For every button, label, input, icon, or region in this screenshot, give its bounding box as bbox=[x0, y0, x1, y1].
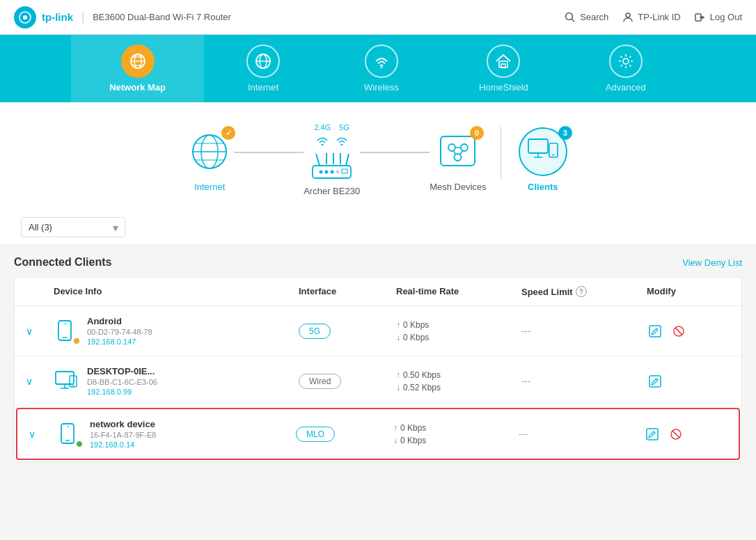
tplink-id-button[interactable]: TP-Link ID bbox=[622, 12, 680, 23]
rate-3: ↑ 0 Kbps ↓ 0 Kbps bbox=[393, 423, 519, 445]
clients-count-badge: 3 bbox=[558, 126, 572, 140]
device-icon-wrap-3 bbox=[56, 421, 83, 447]
clients-icon bbox=[527, 138, 559, 166]
freq-labels: 2.4G 5G bbox=[314, 123, 349, 132]
block-btn-3[interactable] bbox=[668, 426, 684, 443]
logout-icon bbox=[695, 12, 706, 23]
freq-icons bbox=[315, 134, 349, 145]
device-info-1: Android 00-D2-79-74-48-78 192.168.0.147 bbox=[54, 316, 299, 346]
svg-point-1 bbox=[23, 15, 27, 19]
rate-down-2: ↓ 0.52 Kbps bbox=[396, 383, 521, 392]
android-online-badge bbox=[73, 338, 80, 344]
rate-2: ↑ 0.50 Kbps ↓ 0.52 Kbps bbox=[396, 370, 521, 392]
nav-bar: Network Map Internet Wireless bbox=[0, 35, 756, 102]
clients-header: Connected Clients View Deny List bbox=[14, 245, 742, 277]
rate-up-2: ↑ 0.50 Kbps bbox=[396, 370, 521, 380]
filter-select[interactable]: All (3)WiredWireless bbox=[21, 217, 125, 237]
diagram-line-2 bbox=[360, 152, 430, 153]
diagram-router-icon-wrap bbox=[304, 150, 360, 184]
svg-point-41 bbox=[455, 154, 462, 161]
svg-point-32 bbox=[320, 170, 323, 173]
header: tp-link | BE3600 Dual-Band Wi-Fi 7 Route… bbox=[0, 0, 756, 35]
nav-label-wireless: Wireless bbox=[364, 82, 399, 93]
home-icon bbox=[494, 52, 512, 70]
expand-btn-1[interactable]: ∨ bbox=[26, 326, 54, 337]
diagram-clients-icon-wrap: 3 bbox=[515, 127, 571, 176]
rate-1: ↑ 0 Kbps ↓ 0 Kbps bbox=[396, 320, 521, 342]
header-right: Search TP-Link ID Log Out bbox=[565, 12, 742, 23]
col-rate: Real-time Rate bbox=[396, 286, 521, 297]
svg-point-35 bbox=[336, 170, 340, 173]
nav-item-wireless[interactable]: Wireless bbox=[322, 35, 441, 102]
interface-3: MLO bbox=[296, 427, 393, 442]
nav-item-homeshield[interactable]: HomeShield bbox=[441, 35, 567, 102]
nav-item-advanced[interactable]: Advanced bbox=[567, 35, 685, 102]
svg-point-18 bbox=[623, 58, 629, 64]
nav-label-advanced: Advanced bbox=[606, 82, 646, 93]
svg-point-33 bbox=[325, 170, 329, 173]
nav-icon-homeshield bbox=[487, 45, 520, 78]
nav-icon-advanced bbox=[609, 45, 643, 78]
filter-select-wrap: All (3)WiredWireless ▾ bbox=[21, 217, 125, 237]
device-details-1: Android 00-D2-79-74-48-78 192.168.0.147 bbox=[87, 316, 152, 346]
svg-rect-44 bbox=[528, 139, 548, 153]
nav-label-network-map: Network Map bbox=[109, 82, 166, 93]
interface-badge-2: Wired bbox=[299, 374, 341, 389]
device-info-2: DESKTOP-0IE... D8-BB-C1-6C-E3-06 192.168… bbox=[54, 366, 299, 396]
logout-button[interactable]: Log Out bbox=[695, 12, 742, 23]
table-row: ∨ DESKTOP-0IE... D8-BB-C1-6C-E3-0 bbox=[15, 356, 741, 406]
user-icon bbox=[622, 12, 633, 23]
device-info-3: network device 16-F4-1A-87-9F-E8 192.168… bbox=[56, 419, 296, 449]
device-mac-3: 16-F4-1A-87-9F-E8 bbox=[90, 431, 156, 439]
wifi-5g-icon bbox=[335, 134, 349, 145]
expand-btn-3[interactable]: ∨ bbox=[29, 429, 56, 440]
block-btn-1[interactable] bbox=[670, 323, 687, 340]
device-details-3: network device 16-F4-1A-87-9F-E8 192.168… bbox=[90, 419, 156, 449]
nav-icon-network-map bbox=[121, 45, 155, 78]
svg-line-26 bbox=[316, 154, 320, 166]
speed-limit-2: --- bbox=[521, 376, 647, 386]
nav-label-homeshield: HomeShield bbox=[479, 82, 528, 93]
edit-btn-1[interactable] bbox=[647, 323, 663, 340]
modify-actions-3 bbox=[644, 426, 727, 443]
device-name-3: network device bbox=[90, 419, 156, 429]
nav-item-network-map[interactable]: Network Map bbox=[71, 35, 204, 102]
block-icon-3 bbox=[669, 427, 683, 441]
rate-up-1: ↑ 0 Kbps bbox=[396, 320, 521, 330]
diagram-mesh-label: Mesh Devices bbox=[430, 182, 487, 192]
expand-btn-2[interactable]: ∨ bbox=[26, 376, 54, 387]
col-modify: Modify bbox=[647, 286, 730, 297]
col-expand bbox=[26, 286, 54, 297]
device-details-2: DESKTOP-0IE... D8-BB-C1-6C-E3-06 192.168… bbox=[87, 366, 157, 396]
device-name-1: Android bbox=[87, 316, 152, 326]
table-row-highlighted: ∨ network device 16-F4-1A-87-9F-E8 192 bbox=[16, 408, 740, 460]
clients-title: Connected Clients bbox=[14, 256, 111, 269]
col-speed-limit: Speed Limit ? bbox=[521, 286, 647, 297]
edit-btn-2[interactable] bbox=[647, 373, 663, 390]
diagram-mesh[interactable]: 0 Mesh Devices bbox=[430, 127, 487, 192]
main-content: ✓ Internet 2.4G 5G bbox=[0, 102, 756, 476]
svg-line-43 bbox=[460, 150, 463, 154]
speed-limit-1: --- bbox=[521, 326, 647, 336]
svg-point-39 bbox=[461, 144, 468, 151]
diagram-clients[interactable]: 3 Clients bbox=[515, 127, 571, 192]
freq-2g: 2.4G bbox=[314, 123, 331, 132]
internet-icon bbox=[254, 52, 272, 70]
diagram-line-1 bbox=[234, 152, 304, 153]
freq-5g: 5G bbox=[339, 123, 349, 132]
view-deny-link[interactable]: View Deny List bbox=[682, 257, 742, 268]
device-icon-wrap-1 bbox=[54, 318, 80, 344]
wifi-2g-icon bbox=[315, 134, 329, 145]
edit-btn-3[interactable] bbox=[644, 426, 661, 443]
modify-actions-2 bbox=[647, 373, 730, 390]
svg-point-2 bbox=[566, 13, 573, 19]
diagram-router[interactable]: 2.4G 5G bbox=[304, 123, 360, 196]
nav-icon-wireless bbox=[365, 45, 398, 78]
diagram-internet[interactable]: ✓ Internet bbox=[185, 127, 234, 192]
nav-item-internet[interactable]: Internet bbox=[204, 35, 322, 102]
header-separator: | bbox=[81, 11, 84, 24]
speed-limit-help[interactable]: ? bbox=[576, 286, 587, 297]
edit-icon-1 bbox=[648, 324, 662, 338]
search-button[interactable]: Search bbox=[565, 12, 608, 23]
rate-up-3: ↑ 0 Kbps bbox=[393, 423, 519, 433]
